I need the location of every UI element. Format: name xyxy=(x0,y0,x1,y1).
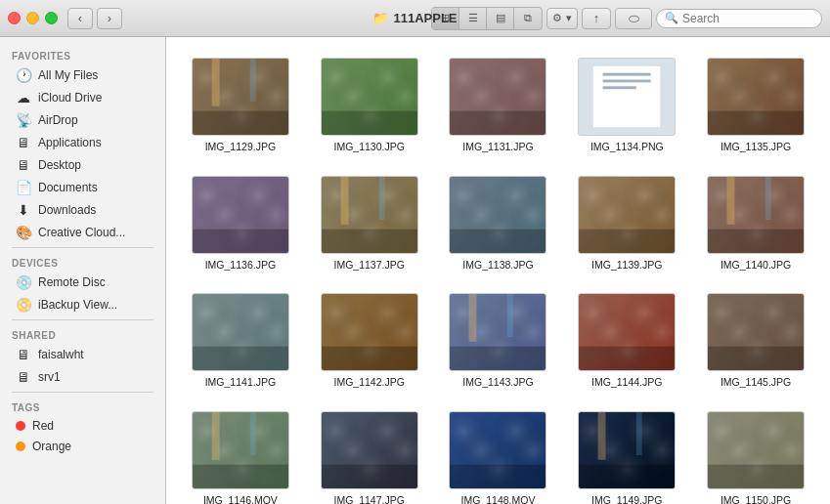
file-item[interactable]: IMG_1140.JPG xyxy=(696,170,815,278)
file-name-label: IMG_1141.JPG xyxy=(205,376,276,390)
file-thumbnail xyxy=(578,58,676,136)
sidebar-label-downloads: Downloads xyxy=(38,203,96,217)
file-thumbnail xyxy=(192,58,289,136)
file-thumbnail xyxy=(192,293,289,371)
sidebar-divider-3 xyxy=(12,392,153,393)
file-item[interactable]: IMG_1130.JPG xyxy=(310,52,429,160)
sidebar-label-ibackup: iBackup View... xyxy=(38,298,117,312)
file-item[interactable]: IMG_1134.PNG xyxy=(567,52,686,160)
back-button[interactable]: ‹ xyxy=(67,8,93,29)
file-name-label: IMG_1149.JPG xyxy=(591,494,662,504)
search-icon: 🔍 xyxy=(665,12,678,24)
file-name-label: IMG_1129.JPG xyxy=(205,141,276,154)
remote-disc-icon: 💿 xyxy=(16,274,31,290)
file-thumbnail xyxy=(707,176,805,254)
orange-tag-dot xyxy=(16,441,25,451)
all-my-files-icon: 🕐 xyxy=(16,67,31,83)
file-name-label: IMG_1139.JPG xyxy=(591,259,662,273)
sidebar-label-remote-disc: Remote Disc xyxy=(38,275,106,289)
file-thumbnail xyxy=(449,58,546,136)
sidebar: Favorites 🕐 All My Files ☁ iCloud Drive … xyxy=(0,37,166,504)
sidebar-item-all-my-files[interactable]: 🕐 All My Files xyxy=(4,64,161,86)
sidebar-item-tag-red[interactable]: Red xyxy=(4,416,161,436)
file-thumbnail xyxy=(192,176,289,254)
file-name-label: IMG_1134.PNG xyxy=(590,141,664,154)
file-item[interactable]: IMG_1137.JPG xyxy=(310,170,429,278)
file-item[interactable]: IMG_1136.JPG xyxy=(181,170,300,278)
sidebar-label-desktop: Desktop xyxy=(38,158,81,172)
folder-icon: 📁 xyxy=(372,11,388,25)
file-name-label: IMG_1148.MOV xyxy=(461,494,536,504)
arrange-button[interactable]: ⚙ ▾ xyxy=(546,8,578,29)
file-name-label: IMG_1131.JPG xyxy=(462,141,533,154)
tag-button[interactable]: ⬭ xyxy=(615,8,652,29)
icloud-drive-icon: ☁ xyxy=(16,90,31,105)
search-bar: 🔍 xyxy=(656,9,822,28)
desktop-icon: 🖥 xyxy=(16,157,31,173)
file-thumbnail xyxy=(321,411,418,489)
sidebar-item-icloud-drive[interactable]: ☁ iCloud Drive xyxy=(4,87,161,108)
list-view-button[interactable]: ☰ xyxy=(459,8,487,29)
sidebar-label-documents: Documents xyxy=(38,181,98,194)
file-item[interactable]: IMG_1131.JPG xyxy=(439,52,558,160)
forward-button[interactable]: › xyxy=(97,8,122,29)
airdrop-icon: 📡 xyxy=(16,112,31,128)
file-item[interactable]: IMG_1139.JPG xyxy=(567,170,686,278)
maximize-button[interactable] xyxy=(45,12,58,24)
file-item[interactable]: IMG_1146.MOV xyxy=(181,405,300,504)
main-area: Favorites 🕐 All My Files ☁ iCloud Drive … xyxy=(0,37,830,504)
favorites-section-title: Favorites xyxy=(0,45,165,63)
shared-section-title: Shared xyxy=(0,324,165,343)
sidebar-item-creative-cloud[interactable]: 🎨 Creative Cloud... xyxy=(4,222,161,243)
file-thumbnail xyxy=(449,176,546,254)
file-item[interactable]: IMG_1147.JPG xyxy=(310,405,429,504)
file-name-label: IMG_1150.JPG xyxy=(721,494,791,504)
close-button[interactable] xyxy=(8,12,21,24)
file-thumbnail xyxy=(192,411,289,489)
file-item[interactable]: IMG_1150.JPG xyxy=(696,405,815,504)
sidebar-label-orange: Orange xyxy=(32,440,71,453)
toolbar-right: ⊞ ☰ ▤ ⧉ ⚙ ▾ ↑ ⬭ 🔍 xyxy=(431,7,822,30)
file-name-label: IMG_1146.MOV xyxy=(203,494,278,504)
file-item[interactable]: IMG_1144.JPG xyxy=(567,287,686,396)
title-label: 111APPLE xyxy=(393,11,457,25)
sidebar-item-documents[interactable]: 📄 Documents xyxy=(4,177,161,198)
minimize-button[interactable] xyxy=(26,12,39,24)
file-item[interactable]: IMG_1135.JPG xyxy=(696,52,815,160)
sidebar-item-applications[interactable]: 🖥 Applications xyxy=(4,132,161,153)
faisalwht-icon: 🖥 xyxy=(16,347,31,362)
file-item[interactable]: IMG_1145.JPG xyxy=(696,287,815,396)
file-item[interactable]: IMG_1148.MOV xyxy=(439,405,558,504)
sidebar-item-srv1[interactable]: 🖥 srv1 xyxy=(4,366,161,388)
sidebar-item-faisalwht[interactable]: 🖥 faisalwht xyxy=(4,344,161,365)
file-item[interactable]: IMG_1142.JPG xyxy=(310,287,429,396)
file-name-label: IMG_1138.JPG xyxy=(462,259,533,273)
file-name-label: IMG_1144.JPG xyxy=(591,376,662,390)
sidebar-label-airdrop: AirDrop xyxy=(38,113,78,127)
file-name-label: IMG_1137.JPG xyxy=(334,259,405,273)
search-input[interactable] xyxy=(682,12,813,25)
sidebar-item-tag-orange[interactable]: Orange xyxy=(4,437,161,456)
file-item[interactable]: IMG_1149.JPG xyxy=(567,405,686,504)
file-thumbnail xyxy=(578,411,676,489)
column-view-button[interactable]: ▤ xyxy=(487,8,514,29)
sidebar-item-airdrop[interactable]: 📡 AirDrop xyxy=(4,109,161,131)
coverflow-view-button[interactable]: ⧉ xyxy=(514,8,542,29)
sidebar-item-desktop[interactable]: 🖥 Desktop xyxy=(4,154,161,176)
sidebar-item-ibackup[interactable]: 📀 iBackup View... xyxy=(4,294,161,315)
file-name-label: IMG_1130.JPG xyxy=(334,141,405,154)
file-thumbnail xyxy=(321,58,418,136)
share-button[interactable]: ↑ xyxy=(582,8,611,29)
file-thumbnail xyxy=(707,293,805,371)
file-name-label: IMG_1140.JPG xyxy=(721,259,791,273)
documents-icon: 📄 xyxy=(16,180,31,195)
ibackup-icon: 📀 xyxy=(16,297,31,313)
sidebar-item-downloads[interactable]: ⬇ Downloads xyxy=(4,199,161,221)
file-item[interactable]: IMG_1143.JPG xyxy=(439,287,558,396)
file-thumbnail xyxy=(449,293,546,371)
file-item[interactable]: IMG_1141.JPG xyxy=(181,287,300,396)
file-item[interactable]: IMG_1138.JPG xyxy=(439,170,558,278)
sidebar-item-remote-disc[interactable]: 💿 Remote Disc xyxy=(4,272,161,293)
file-name-label: IMG_1142.JPG xyxy=(334,376,405,390)
file-item[interactable]: IMG_1129.JPG xyxy=(181,52,300,160)
